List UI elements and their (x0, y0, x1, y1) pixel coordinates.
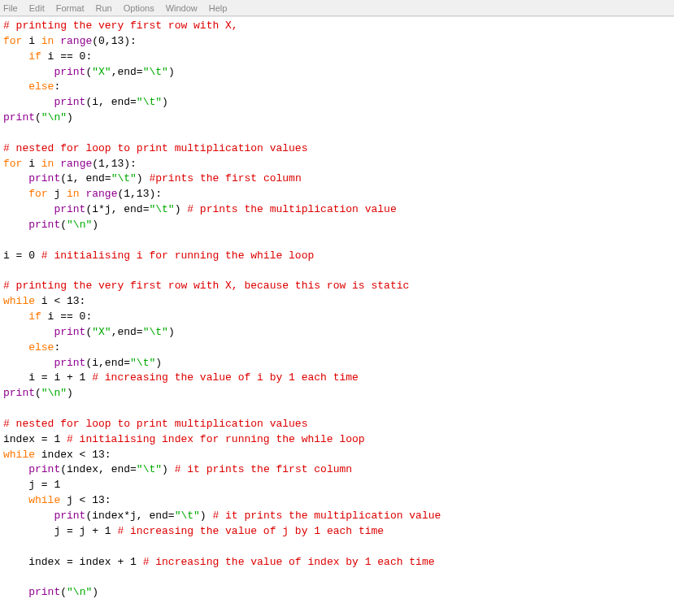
menu-options[interactable]: Options (124, 3, 154, 13)
code-string: "\t" (143, 66, 168, 78)
code-keyword: for (3, 188, 48, 200)
code-keyword: while (3, 449, 35, 461)
menu-format[interactable]: Format (56, 3, 85, 13)
code-comment: # printing the very first row with X, be… (3, 280, 409, 292)
code-comment: # increasing the value of j by 1 each ti… (117, 525, 384, 537)
code-text: ( (35, 111, 41, 124)
code-string: "X" (92, 326, 111, 338)
code-keyword: if (3, 50, 41, 63)
code-text: index < 13: (35, 449, 111, 461)
code-text: ) (175, 203, 188, 215)
code-text: j < 13: (60, 494, 111, 506)
menu-help[interactable]: Help (209, 3, 228, 13)
code-builtin: range (54, 35, 92, 47)
code-string: "\n" (41, 387, 67, 399)
code-text: (1,13): (92, 158, 137, 170)
menu-file[interactable]: File (3, 3, 18, 13)
code-builtin: print (3, 66, 85, 78)
code-text: index = 1 (3, 433, 67, 445)
code-text: ) (92, 219, 98, 231)
code-text: (0,13): (92, 35, 137, 47)
code-text: i == 0: (41, 50, 92, 63)
code-text: ( (35, 387, 41, 399)
code-text: ) (67, 111, 73, 124)
code-comment: # increasing the value of index by 1 eac… (143, 556, 435, 568)
menubar: File Edit Format Run Options Window Help (0, 0, 674, 16)
menu-window[interactable]: Window (166, 3, 198, 13)
code-string: "X" (92, 66, 111, 78)
code-text: ) (137, 172, 150, 184)
code-text: ) (162, 96, 168, 108)
code-comment: # prints the multiplication value (187, 203, 396, 215)
code-text: ,end= (111, 66, 143, 78)
code-comment: # initialising i for running the while l… (41, 249, 314, 262)
code-builtin: print (3, 387, 35, 399)
code-text: : (54, 341, 60, 354)
code-string: "\t" (137, 463, 162, 475)
code-builtin: print (3, 510, 85, 522)
code-comment: # printing the very first row with X, (3, 20, 238, 32)
code-comment: #prints the first column (149, 172, 301, 184)
code-string: "\t" (111, 172, 137, 184)
menu-edit[interactable]: Edit (29, 3, 45, 13)
code-keyword: else (3, 80, 54, 93)
code-builtin: print (3, 203, 85, 215)
code-comment: # nested for loop to print multiplicatio… (3, 142, 307, 154)
code-keyword: in (41, 158, 54, 170)
code-text: ( (60, 219, 67, 231)
code-text: j (48, 188, 67, 200)
code-text: index = index + 1 (3, 556, 143, 568)
code-comment: # it prints the multiplication value (212, 510, 441, 522)
code-text: (index, end= (60, 463, 137, 475)
code-text: ) (92, 586, 98, 598)
code-text: ) (200, 510, 213, 522)
code-string: "\t" (137, 96, 162, 108)
code-text: ) (155, 357, 162, 369)
code-string: "\t" (149, 203, 174, 215)
code-keyword: in (67, 188, 80, 200)
code-string: "\t" (130, 357, 155, 369)
code-text: ) (168, 66, 175, 78)
code-text: (i, end= (60, 172, 111, 184)
code-text: ,end= (111, 326, 143, 338)
code-builtin: print (3, 111, 35, 124)
code-text: (index*j, end= (85, 510, 174, 522)
code-builtin: print (3, 586, 60, 598)
code-text: ( (60, 586, 67, 598)
code-text: (i*j, end= (85, 203, 149, 215)
code-keyword: for (3, 35, 22, 47)
code-builtin: print (3, 463, 60, 475)
code-text: j = j + 1 (3, 525, 117, 537)
code-builtin: print (3, 96, 85, 108)
code-text: i < 13: (35, 295, 85, 307)
code-keyword: for (3, 158, 22, 170)
code-comment: # nested for loop to print multiplicatio… (3, 418, 307, 430)
code-text: i (22, 35, 41, 47)
code-string: "\n" (67, 586, 92, 598)
code-text: ) (162, 463, 175, 475)
code-builtin: range (54, 158, 92, 170)
code-text: i = i + 1 (3, 371, 92, 384)
code-keyword: while (3, 494, 60, 506)
code-keyword: while (3, 295, 35, 307)
menu-run[interactable]: Run (96, 3, 112, 13)
code-string: "\t" (175, 510, 200, 522)
code-builtin: print (3, 357, 85, 369)
code-editor[interactable]: # printing the very first row with X, fo… (0, 16, 674, 602)
code-text: (1,13): (117, 188, 162, 200)
code-keyword: if (3, 310, 41, 323)
code-keyword: else (3, 341, 54, 354)
code-keyword: in (41, 35, 54, 47)
code-string: "\n" (41, 111, 67, 124)
code-builtin: range (80, 188, 118, 200)
code-text: : (54, 80, 60, 93)
code-text: i = 0 (3, 249, 41, 262)
code-text: i (22, 158, 41, 170)
code-string: "\t" (143, 326, 168, 338)
code-text: i == 0: (41, 310, 92, 323)
code-builtin: print (3, 326, 85, 338)
code-builtin: print (3, 219, 60, 231)
code-text: (i, end= (85, 96, 136, 108)
code-comment: # it prints the first column (175, 463, 352, 475)
code-text: ) (168, 326, 175, 338)
